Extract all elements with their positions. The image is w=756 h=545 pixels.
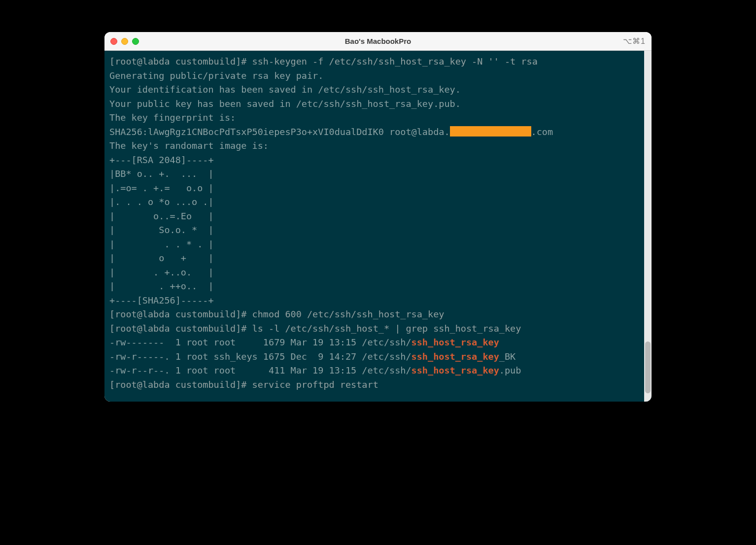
prompt: [root@labda custombuild]# — [109, 309, 252, 319]
command-2: chmod 600 /etc/ssh/ssh_host_rsa_key — [252, 309, 445, 319]
close-button[interactable] — [110, 38, 117, 45]
minimize-button[interactable] — [121, 38, 128, 45]
titlebar[interactable]: Bao's MacbookPro ⌥⌘1 — [104, 32, 652, 51]
fingerprint-hash: SHA256:lAwgRgz1CNBocPdTsxP50iepesP3o+xVI… — [109, 127, 450, 137]
window-shortcut-indicator: ⌥⌘1 — [623, 36, 646, 46]
fingerprint-suffix: .com — [531, 127, 553, 137]
scrollbar-thumb[interactable] — [645, 341, 651, 393]
prompt: [root@labda custombuild]# — [109, 56, 252, 67]
terminal-window: Bao's MacbookPro ⌥⌘1 [root@labda customb… — [104, 32, 652, 402]
traffic-lights — [110, 38, 139, 45]
randomart-header: The key's randomart image is: — [109, 140, 269, 151]
command-1: ssh-keygen -f /etc/ssh/ssh_host_rsa_key … — [252, 56, 538, 67]
command-4: service proftpd restart — [252, 379, 378, 390]
grep-match: ssh_host_rsa_key — [412, 337, 499, 347]
randomart-line: | o..=.Eo | — [109, 211, 214, 221]
keygen-line-1: Generating public/private rsa key pair. — [109, 70, 323, 81]
ls-row-perm: -rw-r-----. 1 root ssh_keys 1675 Dec 9 1… — [109, 351, 412, 362]
terminal-area: [root@labda custombuild]# ssh-keygen -f … — [104, 51, 652, 402]
ls-row-perm: -rw-r--r--. 1 root root 411 Mar 19 13:15… — [109, 365, 412, 375]
prompt: [root@labda custombuild]# — [109, 379, 252, 390]
randomart-line: |BB* o.. +. ... | — [109, 169, 214, 179]
command-3: ls -l /etc/ssh/ssh_host_* | grep ssh_hos… — [252, 323, 521, 334]
window-title: Bao's MacbookPro — [104, 37, 652, 45]
redacted-hostname — [450, 126, 531, 136]
ls-row-perm: -rw------- 1 root root 1679 Mar 19 13:15… — [109, 337, 412, 347]
ls-row-suffix: _BK — [499, 351, 515, 362]
randomart-line: |. . . o *o ...o .| — [109, 197, 214, 207]
terminal-output[interactable]: [root@labda custombuild]# ssh-keygen -f … — [104, 51, 644, 402]
randomart-line: | o + | — [109, 253, 214, 263]
randomart-line: +---[RSA 2048]----+ — [109, 155, 214, 165]
prompt: [root@labda custombuild]# — [109, 323, 252, 334]
grep-match: ssh_host_rsa_key — [412, 365, 499, 375]
scrollbar-track[interactable] — [644, 51, 652, 402]
randomart-line: +----[SHA256]-----+ — [109, 295, 214, 306]
ls-row-suffix: .pub — [499, 365, 521, 375]
keygen-line-3: Your public key has been saved in /etc/s… — [109, 99, 461, 109]
randomart-line: |.=o= . +.= o.o | — [109, 183, 214, 193]
keygen-line-2: Your identification has been saved in /e… — [109, 84, 461, 95]
grep-match: ssh_host_rsa_key — [412, 351, 499, 362]
maximize-button[interactable] — [132, 38, 139, 45]
randomart-line: | . . * . | — [109, 239, 214, 249]
randomart-line: | . ++o.. | — [109, 281, 214, 291]
randomart-line: | So.o. * | — [109, 225, 214, 235]
randomart-line: | . +..o. | — [109, 267, 214, 277]
keygen-line-4: The key fingerprint is: — [109, 112, 236, 123]
